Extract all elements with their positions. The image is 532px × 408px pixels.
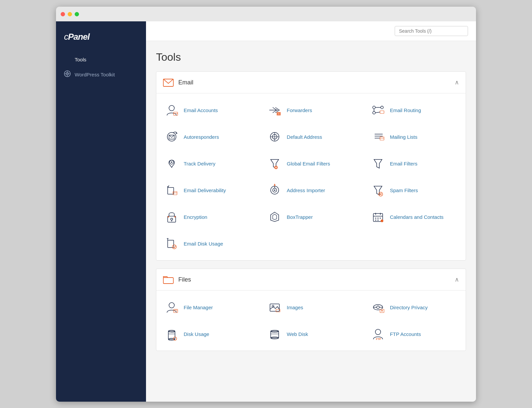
tool-global-email-filters[interactable]: Global Email Filters [259, 150, 362, 177]
forwarders-label: Forwarders [287, 107, 312, 113]
email-deliverability-label: Email Deliverability [184, 187, 226, 193]
tool-calendars-contacts[interactable]: Calendars and Contacts [363, 203, 466, 230]
wordpress-icon [64, 70, 71, 79]
svg-point-77 [377, 306, 379, 309]
close-button[interactable] [61, 12, 65, 16]
file-manager-label: File Manager [184, 305, 213, 310]
tool-email-disk-usage[interactable]: Email Disk Usage [156, 230, 259, 257]
spam-filters-icon [371, 183, 385, 197]
svg-point-81 [381, 310, 383, 311]
tool-boxtrapper[interactable]: BoxTrapper [259, 203, 362, 230]
tool-ftp-accounts[interactable]: FTP FTP Accounts [363, 321, 466, 347]
mailing-lists-label: Mailing Lists [390, 134, 418, 140]
svg-point-51 [168, 216, 169, 218]
email-accounts-icon [164, 103, 179, 117]
sidebar-item-label: WordPress Toolkit [75, 72, 115, 77]
svg-marker-54 [273, 214, 277, 220]
svg-line-14 [375, 112, 380, 113]
svg-marker-53 [271, 212, 279, 222]
file-manager-icon [164, 300, 179, 315]
svg-point-3 [169, 105, 174, 111]
sidebar-item-wordpress[interactable]: WordPress Toolkit [56, 67, 146, 82]
svg-point-16 [167, 132, 176, 141]
tool-default-address[interactable]: Default Address [259, 123, 362, 150]
tool-email-accounts[interactable]: Email Accounts [156, 97, 259, 123]
files-section-icon [163, 274, 174, 285]
tool-encryption[interactable]: Encryption [156, 203, 259, 230]
svg-point-92 [375, 329, 381, 335]
tool-email-deliverability[interactable]: Email Deliverability [156, 177, 259, 203]
tool-forwarders[interactable]: + Forwarders [259, 97, 362, 123]
email-filters-icon [371, 156, 385, 171]
svg-point-67 [172, 245, 176, 249]
forwarders-icon: + [267, 103, 282, 117]
autoresponders-icon [164, 129, 179, 144]
svg-rect-65 [168, 240, 174, 248]
section-files-header[interactable]: Files ∧ [156, 269, 466, 291]
maximize-button[interactable] [75, 12, 79, 16]
tool-images[interactable]: Images [259, 294, 362, 321]
tool-web-disk[interactable]: Web Disk [259, 321, 362, 347]
email-deliverability-icon [164, 183, 179, 197]
sidebar-item-label: Tools [75, 57, 86, 62]
email-disk-usage-label: Email Disk Usage [184, 241, 223, 247]
svg-rect-62 [375, 220, 376, 221]
svg-rect-25 [380, 137, 384, 140]
logo: cPanel [56, 25, 146, 52]
sidebar: cPanel Tools [56, 21, 146, 402]
svg-point-49 [171, 218, 173, 220]
svg-point-41 [274, 189, 275, 191]
tool-address-importer[interactable]: Address Importer [259, 177, 362, 203]
default-address-icon [267, 129, 282, 144]
images-label: Images [287, 305, 303, 310]
wrench-icon [64, 55, 71, 64]
tool-spam-filters[interactable]: Spam Filters [363, 177, 466, 203]
email-tools-grid: Email Accounts + [156, 93, 466, 260]
tool-autoresponders[interactable]: Autoresponders [156, 123, 259, 150]
svg-rect-68 [163, 278, 173, 284]
tool-email-filters[interactable]: Email Filters [363, 150, 466, 177]
files-chevron-icon: ∧ [455, 276, 459, 283]
track-delivery-icon [164, 156, 179, 171]
main-content: Tools Email ∧ [146, 21, 476, 402]
search-box[interactable] [395, 26, 468, 36]
tool-disk-usage[interactable]: Disk Usage [156, 321, 259, 347]
svg-point-52 [174, 216, 176, 218]
boxtrapper-label: BoxTrapper [287, 214, 313, 220]
section-files: Files ∧ [156, 269, 466, 351]
svg-point-9 [373, 106, 375, 109]
email-disk-usage-icon [164, 236, 179, 251]
email-section-icon [163, 77, 174, 88]
tool-file-manager[interactable]: File Manager [156, 294, 259, 321]
tool-track-delivery[interactable]: Track Delivery [156, 150, 259, 177]
minimize-button[interactable] [68, 12, 72, 16]
tool-mailing-lists[interactable]: Mailing Lists [363, 123, 466, 150]
search-input[interactable] [399, 28, 464, 34]
web-disk-label: Web Disk [287, 331, 308, 337]
svg-point-11 [373, 111, 375, 114]
web-disk-icon [267, 327, 282, 341]
section-email-header[interactable]: Email ∧ [156, 72, 466, 93]
encryption-label: Encryption [184, 214, 207, 220]
sidebar-item-tools[interactable]: Tools [56, 52, 146, 67]
section-email-title: Email [178, 79, 193, 86]
address-importer-label: Address Importer [287, 187, 325, 193]
svg-rect-59 [375, 218, 376, 219]
boxtrapper-icon [267, 210, 282, 224]
app-body: cPanel Tools [56, 21, 476, 402]
svg-rect-60 [377, 218, 379, 219]
tool-directory-privacy[interactable]: Directory Privacy [363, 294, 466, 321]
tool-email-routing[interactable]: Email Routing [363, 97, 466, 123]
svg-rect-34 [168, 187, 174, 194]
spam-filters-label: Spam Filters [390, 187, 418, 193]
images-icon [267, 300, 282, 315]
section-files-title: Files [178, 276, 191, 283]
disk-usage-label: Disk Usage [184, 331, 209, 337]
email-routing-icon [371, 103, 385, 117]
section-files-header-left: Files [163, 274, 191, 285]
autoresponders-label: Autoresponders [184, 134, 219, 140]
directory-privacy-label: Directory Privacy [390, 305, 428, 310]
svg-rect-12 [380, 111, 384, 113]
mailing-lists-icon [371, 129, 385, 144]
titlebar [56, 7, 476, 21]
